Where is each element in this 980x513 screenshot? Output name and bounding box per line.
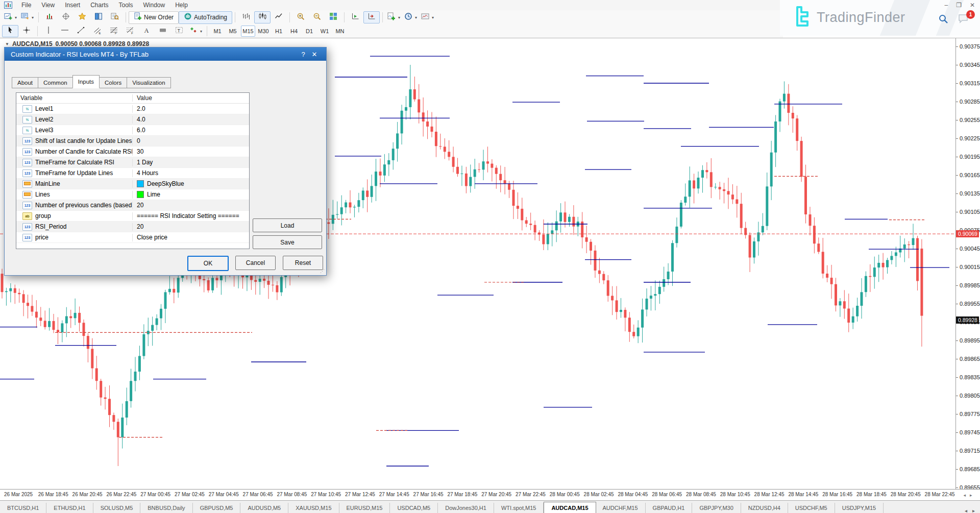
scroll-left-icon[interactable]: ◂ xyxy=(963,493,966,498)
symbol-tab-nzdusd-h4[interactable]: NZDUSD,H4 xyxy=(741,503,788,513)
tab-visualization[interactable]: Visualization xyxy=(127,77,170,88)
dropdown-arrow-icon[interactable]: ▾ xyxy=(398,15,400,20)
menu-insert[interactable]: Insert xyxy=(60,0,85,10)
tab-inputs[interactable]: Inputs xyxy=(72,75,100,88)
chart-shift-button[interactable] xyxy=(363,11,380,23)
tile-windows-button[interactable] xyxy=(325,11,341,23)
close-button[interactable]: ✕ xyxy=(970,2,975,9)
scroll-right-icon[interactable]: ▸ xyxy=(970,493,972,498)
notification-badge[interactable]: 1 xyxy=(966,10,975,19)
timeframe-m30[interactable]: M30 xyxy=(256,26,271,37)
param-row-timeframe-for-calculate-rsi[interactable]: 123TimeFrame for Calculate RSI1 Day xyxy=(16,157,249,168)
param-row-lines[interactable]: LinesLime xyxy=(16,189,249,200)
symbol-tab-ethusd-h1[interactable]: ETHUSD,H1 xyxy=(46,503,93,513)
new-order-button[interactable]: New Order xyxy=(129,11,179,24)
param-value[interactable]: DeepSkyBlue xyxy=(133,180,249,187)
symbol-tab-solusd-m5[interactable]: SOLUSD,M5 xyxy=(93,503,141,513)
param-value[interactable]: ====== RSI Indicator Setting ====== xyxy=(133,212,249,219)
symbol-tab-bnbusd-daily[interactable]: BNBUSD,Daily xyxy=(140,503,192,513)
autotrading-button[interactable]: AutoTrading xyxy=(179,11,232,24)
symbol-tab-audcad-m15[interactable]: AUDCAD,M15 xyxy=(544,502,596,513)
timeframe-w1[interactable]: W1 xyxy=(317,26,332,37)
symbol-tab-audchf-m15[interactable]: AUDCHF,M15 xyxy=(596,503,646,513)
fibonacci-retracement-button[interactable]: F xyxy=(106,25,122,37)
dropdown-arrow-icon[interactable]: ▾ xyxy=(415,15,417,20)
chart-refresh-button[interactable] xyxy=(41,11,58,23)
dropdown-arrow-icon[interactable]: ▾ xyxy=(432,15,434,20)
menu-window[interactable]: Window xyxy=(138,0,170,10)
dropdown-arrow-icon[interactable]: ▾ xyxy=(200,29,202,34)
param-value[interactable]: 30 xyxy=(133,148,249,155)
timeframe-mn[interactable]: MN xyxy=(333,26,347,37)
symbol-tab-gbpjpy-m30[interactable]: GBPJPY,M30 xyxy=(692,503,741,513)
param-row-group[interactable]: abgroup====== RSI Indicator Setting ====… xyxy=(16,211,249,222)
market-watch-button[interactable] xyxy=(74,11,90,23)
dialog-close-button[interactable]: ✕ xyxy=(309,51,320,58)
ok-button[interactable]: OK xyxy=(187,256,229,271)
dropdown-arrow-icon[interactable]: ▾ xyxy=(15,15,17,20)
fibonacci-fan-button[interactable]: F xyxy=(122,25,138,37)
symbol-tab-xauusd-m15[interactable]: XAUUSD,M15 xyxy=(288,503,339,513)
param-value[interactable]: 2.0 xyxy=(133,105,249,112)
restore-button[interactable]: ❐ xyxy=(956,2,962,9)
symbol-tab-audusd-m5[interactable]: AUDUSD,M5 xyxy=(240,503,288,513)
menu-tools[interactable]: Tools xyxy=(114,0,138,10)
search-icon[interactable] xyxy=(938,14,948,26)
templates-button[interactable]: ▾ xyxy=(419,11,436,23)
vertical-line-button[interactable] xyxy=(40,25,57,37)
param-row-shift-of-last-candle-for-update-lines[interactable]: 123Shift of last candle for Update Lines… xyxy=(16,136,249,146)
timeframe-m5[interactable]: M5 xyxy=(226,26,240,37)
timeframe-h1[interactable]: H1 xyxy=(272,26,286,37)
symbol-tab-btcusd-h1[interactable]: BTCUSD,H1 xyxy=(0,503,46,513)
save-button[interactable]: Save xyxy=(253,235,322,249)
crosshair-target-button[interactable] xyxy=(58,11,74,23)
arrows-shapes-button[interactable]: ▾ xyxy=(187,25,204,37)
text-button[interactable]: A xyxy=(138,25,155,37)
menu-view[interactable]: View xyxy=(36,0,60,10)
text-label-button[interactable] xyxy=(155,25,171,37)
dialog-title-bar[interactable]: Custom Indicator - RSI Levels MT4 - By T… xyxy=(5,47,326,61)
menu-charts[interactable]: Charts xyxy=(85,0,113,10)
param-value[interactable]: 20 xyxy=(133,223,249,230)
reset-button[interactable]: Reset xyxy=(283,256,323,270)
param-row-number-of-previous-candles-based-on-c[interactable]: 123Number of previous candles (based on … xyxy=(16,200,249,211)
line-chart-button[interactable] xyxy=(271,11,287,23)
price-axis[interactable]: 0.903750.903450.903150.902850.902550.902… xyxy=(955,38,980,490)
time-axis[interactable]: 26 Mar 202526 Mar 18:4526 Mar 20:4526 Ma… xyxy=(0,489,955,501)
timeframe-d1[interactable]: D1 xyxy=(302,26,316,37)
resize-grip[interactable]: ⋰ xyxy=(320,269,325,274)
param-row-rsi-period[interactable]: 123RSI_Period20 xyxy=(16,222,249,232)
symbol-tab-usdchf-m5[interactable]: USDCHF,M5 xyxy=(788,503,835,513)
symbol-tab-wti-spot-m15[interactable]: WTI.spot,M15 xyxy=(494,503,544,513)
indicators-list-button[interactable]: ▾ xyxy=(385,11,402,23)
auto-scroll-button[interactable] xyxy=(347,11,363,23)
tab-scroll-right-icon[interactable]: ▸ xyxy=(972,508,975,513)
symbol-tab-dowjones30-h1[interactable]: DowJones30,H1 xyxy=(438,503,494,513)
candlestick-chart-button[interactable] xyxy=(254,11,271,23)
param-value[interactable]: Close price xyxy=(133,234,249,241)
param-row-timeframe-for-update-lines[interactable]: 123TimeFrame for Update Lines4 Hours xyxy=(16,168,249,179)
menu-help[interactable]: Help xyxy=(170,0,193,10)
rect-label-button[interactable]: T xyxy=(171,25,187,37)
timeframe-m15[interactable]: M15 xyxy=(241,26,255,37)
zoom-out-button[interactable] xyxy=(309,11,325,23)
param-value[interactable]: 1 Day xyxy=(133,159,249,166)
timeframe-m1[interactable]: M1 xyxy=(210,26,225,37)
chart-menu-arrow-icon[interactable]: ▼ xyxy=(5,42,9,46)
symbol-tab-gbpaud-h1[interactable]: GBPAUD,H1 xyxy=(646,503,693,513)
param-value[interactable]: 20 xyxy=(133,202,249,209)
param-row-level2[interactable]: ½Level24.0 xyxy=(16,114,249,125)
param-value[interactable]: Lime xyxy=(133,191,249,198)
param-row-number-of-candle-for-calculate-rsi-lev[interactable]: 123Number of Candle for Calculate RSI Le… xyxy=(16,146,249,157)
dropdown-arrow-icon[interactable]: ▾ xyxy=(32,15,34,20)
horizontal-line-button[interactable] xyxy=(57,25,73,37)
param-value[interactable]: 4.0 xyxy=(133,116,249,123)
navigator-button[interactable] xyxy=(90,11,107,23)
dialog-help-button[interactable]: ? xyxy=(298,51,309,58)
periods-button[interactable]: ▾ xyxy=(402,11,419,23)
tab-scroll-left-icon[interactable]: ◂ xyxy=(965,508,967,513)
symbol-tab-eurusd-m15[interactable]: EURUSD,M15 xyxy=(339,503,390,513)
symbol-tab-usdcad-m5[interactable]: USDCAD,M5 xyxy=(390,503,438,513)
zoom-in-button[interactable] xyxy=(292,11,309,23)
minimize-button[interactable]: – xyxy=(944,2,948,9)
